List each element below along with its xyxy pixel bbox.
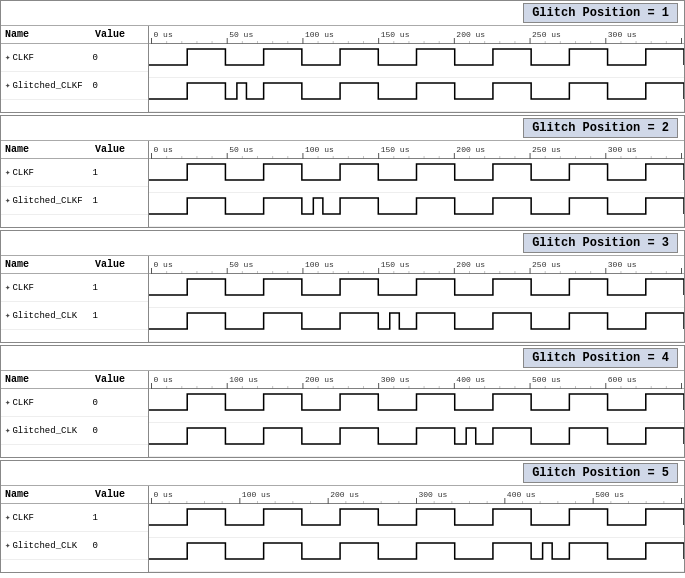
- panel-header-3: Glitch Position = 3: [1, 231, 684, 256]
- clock-icon: ✦: [5, 425, 10, 436]
- signal-name: Glitched_CLK: [12, 541, 92, 551]
- waveform-area-5: 0 us100 us200 us300 us400 us500 us600 us: [149, 486, 684, 572]
- svg-text:200 us: 200 us: [305, 375, 334, 384]
- svg-text:600 us: 600 us: [608, 375, 637, 384]
- signal-row-1: ✦Glitched_CLKF0: [1, 72, 148, 100]
- svg-text:0 us: 0 us: [154, 30, 173, 39]
- clk-wave-row-2: [149, 159, 684, 193]
- signal-name: CLKF: [12, 513, 92, 523]
- timeline-1: 0 us50 us100 us150 us200 us250 us300 us3…: [149, 26, 684, 44]
- svg-text:50 us: 50 us: [229, 145, 253, 154]
- svg-text:300 us: 300 us: [608, 145, 637, 154]
- clock-icon: ✦: [5, 167, 10, 178]
- glitch-wave-row-4: [149, 423, 684, 457]
- signal-header-4: NameValue: [1, 371, 148, 389]
- signal-row-1: ✦Glitched_CLK1: [1, 302, 148, 330]
- timeline-3: 0 us50 us100 us150 us200 us250 us300 us3…: [149, 256, 684, 274]
- waveform-area-2: 0 us50 us100 us150 us200 us250 us300 us3…: [149, 141, 684, 227]
- svg-text:150 us: 150 us: [381, 145, 410, 154]
- signal-value: 0: [92, 81, 122, 91]
- signal-row-0: ✦CLKF0: [1, 44, 148, 72]
- signal-value: 1: [92, 196, 122, 206]
- clock-icon: ✦: [5, 540, 10, 551]
- clock-icon: ✦: [5, 195, 10, 206]
- signal-list-1: NameValue✦CLKF0✦Glitched_CLKF0: [1, 26, 149, 112]
- svg-text:150 us: 150 us: [381, 30, 410, 39]
- signal-name: CLKF: [12, 53, 92, 63]
- timeline-2: 0 us50 us100 us150 us200 us250 us300 us3…: [149, 141, 684, 159]
- svg-text:500 us: 500 us: [595, 490, 624, 499]
- signal-list-2: NameValue✦CLKF1✦Glitched_CLKF1: [1, 141, 149, 227]
- glitch-label-3: Glitch Position = 3: [523, 233, 678, 253]
- waveform-area-4: 0 us100 us200 us300 us400 us500 us600 us…: [149, 371, 684, 457]
- svg-text:150 us: 150 us: [381, 260, 410, 269]
- svg-text:100 us: 100 us: [242, 490, 271, 499]
- svg-text:500 us: 500 us: [532, 375, 561, 384]
- timeline-5: 0 us100 us200 us300 us400 us500 us600 us: [149, 486, 684, 504]
- signal-value: 0: [92, 53, 122, 63]
- clock-icon: ✦: [5, 52, 10, 63]
- clk-wave-row-1: [149, 44, 684, 78]
- svg-text:200 us: 200 us: [456, 145, 485, 154]
- signal-name: Glitched_CLK: [12, 311, 92, 321]
- svg-text:350 us: 350 us: [684, 260, 685, 269]
- signal-row-0: ✦CLKF1: [1, 274, 148, 302]
- clock-icon: ✦: [5, 80, 10, 91]
- panel-body-3: NameValue✦CLKF1✦Glitched_CLK10 us50 us10…: [1, 256, 684, 342]
- signal-list-5: NameValue✦CLKF1✦Glitched_CLK0: [1, 486, 149, 572]
- svg-text:100 us: 100 us: [305, 260, 334, 269]
- signal-name: CLKF: [12, 168, 92, 178]
- signal-row-0: ✦CLKF1: [1, 504, 148, 532]
- wave-rows-5: [149, 504, 684, 572]
- name-column-label: Name: [5, 144, 95, 155]
- panel-body-1: NameValue✦CLKF0✦Glitched_CLKF00 us50 us1…: [1, 26, 684, 112]
- panel-body-5: NameValue✦CLKF1✦Glitched_CLK00 us100 us2…: [1, 486, 684, 572]
- svg-text:350 us: 350 us: [684, 145, 685, 154]
- clock-icon: ✦: [5, 310, 10, 321]
- signal-value: 1: [92, 513, 122, 523]
- panel-header-1: Glitch Position = 1: [1, 1, 684, 26]
- value-column-label: Value: [95, 374, 135, 385]
- name-column-label: Name: [5, 374, 95, 385]
- signal-name: Glitched_CLK: [12, 426, 92, 436]
- svg-text:300 us: 300 us: [608, 260, 637, 269]
- signal-header-2: NameValue: [1, 141, 148, 159]
- signal-value: 0: [92, 398, 122, 408]
- svg-text:0 us: 0 us: [154, 490, 173, 499]
- wave-rows-2: [149, 159, 684, 227]
- glitch-label-5: Glitch Position = 5: [523, 463, 678, 483]
- wave-rows-1: [149, 44, 684, 112]
- value-column-label: Value: [95, 29, 135, 40]
- svg-text:0 us: 0 us: [154, 145, 173, 154]
- signal-name: CLKF: [12, 398, 92, 408]
- panel-4: Glitch Position = 4NameValue✦CLKF0✦Glitc…: [0, 345, 685, 458]
- svg-text:300 us: 300 us: [381, 375, 410, 384]
- panel-body-4: NameValue✦CLKF0✦Glitched_CLK00 us100 us2…: [1, 371, 684, 457]
- signal-row-0: ✦CLKF0: [1, 389, 148, 417]
- svg-text:400 us: 400 us: [507, 490, 536, 499]
- signal-name: CLKF: [12, 283, 92, 293]
- svg-text:700 us: 700 us: [684, 375, 685, 384]
- svg-text:100 us: 100 us: [305, 30, 334, 39]
- waveform-area-3: 0 us50 us100 us150 us200 us250 us300 us3…: [149, 256, 684, 342]
- glitch-label-2: Glitch Position = 2: [523, 118, 678, 138]
- glitch-wave-row-5: [149, 538, 684, 572]
- panel-header-4: Glitch Position = 4: [1, 346, 684, 371]
- signal-value: 0: [92, 426, 122, 436]
- signal-value: 1: [92, 283, 122, 293]
- svg-text:200 us: 200 us: [456, 260, 485, 269]
- svg-text:0 us: 0 us: [154, 375, 173, 384]
- glitch-wave-row-2: [149, 193, 684, 227]
- svg-text:200 us: 200 us: [456, 30, 485, 39]
- glitch-label-1: Glitch Position = 1: [523, 3, 678, 23]
- timeline-4: 0 us100 us200 us300 us400 us500 us600 us…: [149, 371, 684, 389]
- panel-body-2: NameValue✦CLKF1✦Glitched_CLKF10 us50 us1…: [1, 141, 684, 227]
- svg-text:50 us: 50 us: [229, 30, 253, 39]
- svg-text:50 us: 50 us: [229, 260, 253, 269]
- signal-row-1: ✦Glitched_CLKF1: [1, 187, 148, 215]
- signal-row-0: ✦CLKF1: [1, 159, 148, 187]
- signal-header-1: NameValue: [1, 26, 148, 44]
- name-column-label: Name: [5, 489, 95, 500]
- glitch-wave-row-3: [149, 308, 684, 342]
- svg-text:300 us: 300 us: [608, 30, 637, 39]
